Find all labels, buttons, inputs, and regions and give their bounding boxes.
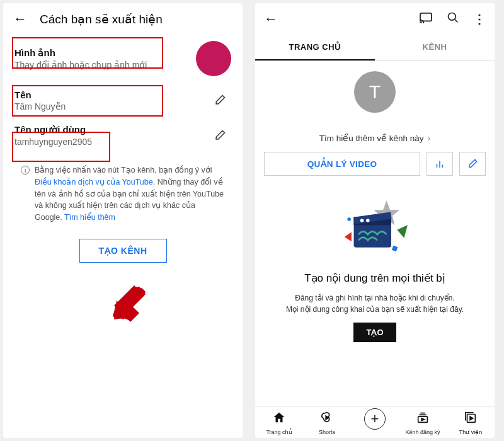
svg-marker-23 — [345, 232, 352, 242]
shorts-icon — [320, 411, 334, 428]
learn-more-link[interactable]: Tìm hiểu thêm — [64, 213, 115, 222]
annotation-arrow-icon — [109, 284, 147, 322]
row-name-label: Tên — [14, 89, 209, 100]
avatar-preview[interactable] — [196, 41, 231, 76]
analytics-button[interactable] — [427, 152, 453, 176]
svg-marker-4 — [114, 287, 146, 317]
row-name-value: Tâm Nguyễn — [14, 101, 209, 112]
learn-more-row[interactable]: Tìm hiểu thêm về kênh này› — [255, 117, 495, 152]
tos-link[interactable]: Điều khoản dịch vụ của YouTube — [35, 178, 153, 186]
cast-icon[interactable] — [419, 12, 433, 26]
svg-marker-24 — [397, 225, 408, 238]
svg-marker-3 — [113, 287, 146, 321]
back-icon[interactable]: ← — [13, 11, 27, 27]
svg-rect-9 — [122, 292, 139, 309]
svg-point-22 — [366, 219, 370, 222]
screen-create-channel: ← Cách bạn sẽ xuất hiện Hình ảnh Thay đổ… — [3, 3, 243, 438]
svg-marker-33 — [470, 416, 473, 420]
svg-marker-2 — [118, 287, 144, 313]
svg-marker-0 — [115, 288, 139, 322]
action-row: QUẢN LÝ VIDEO — [255, 152, 495, 187]
chevron-right-icon: › — [428, 133, 431, 143]
row-image[interactable]: Hình ảnh Thay đổi ảnh hoặc chụp ảnh mới — [3, 35, 243, 83]
create-button[interactable]: TẠO — [353, 323, 396, 342]
home-icon — [272, 411, 286, 428]
channel-avatar-wrap: T — [255, 61, 495, 117]
svg-marker-5 — [113, 288, 144, 319]
row-name[interactable]: Tên Tâm Nguyễn — [3, 83, 243, 118]
row-handle[interactable]: Tên người dùng tamhuynguyen2905 — [3, 118, 243, 153]
row-image-value: Thay đổi ảnh hoặc chụp ảnh mới — [14, 60, 196, 70]
svg-marker-1 — [114, 285, 143, 314]
back-icon[interactable]: ← — [264, 11, 278, 27]
create-channel-button[interactable]: TẠO KÊNH — [79, 239, 167, 263]
library-icon — [464, 411, 478, 428]
edit-channel-button[interactable] — [459, 152, 486, 176]
svg-marker-7 — [117, 288, 143, 317]
bottom-nav: Trang chủ Shorts + Kênh đăng ký Thư viện — [255, 406, 495, 438]
nav-subscriptions[interactable]: Kênh đăng ký — [399, 411, 447, 435]
svg-marker-31 — [421, 418, 425, 421]
info-icon: i — [21, 166, 30, 175]
row-handle-value: tamhuynguyen2905 — [14, 137, 209, 147]
svg-rect-26 — [392, 246, 398, 252]
search-icon[interactable] — [447, 11, 459, 27]
tab-home[interactable]: TRANG CHỦ — [255, 35, 375, 60]
left-header: ← Cách bạn sẽ xuất hiện — [3, 3, 243, 35]
pencil-icon[interactable] — [209, 124, 231, 147]
nav-home[interactable]: Trang chủ — [255, 411, 303, 435]
nav-create[interactable]: + — [351, 411, 399, 435]
subscriptions-icon — [416, 411, 430, 428]
annotation-arrow-icon — [109, 284, 147, 322]
page-title: Cách bạn sẽ xuất hiện — [40, 12, 163, 26]
svg-point-25 — [347, 217, 351, 221]
svg-marker-10 — [114, 306, 128, 318]
screen-channel-home: ← ⋮ TRANG CHỦ KÊNH T Tìm hiểu thêm về kê… — [255, 3, 495, 438]
nav-library[interactable]: Thư viện — [447, 411, 495, 435]
tab-channel[interactable]: KÊNH — [375, 35, 495, 60]
svg-marker-6 — [114, 287, 144, 319]
row-image-label: Hình ảnh — [14, 47, 196, 59]
terms-text: i Bằng việc nhấn vào nút Tạo kênh, bạn đ… — [3, 153, 243, 224]
svg-line-13 — [455, 19, 458, 22]
channel-tabs: TRANG CHỦ KÊNH — [255, 35, 495, 61]
svg-point-21 — [360, 219, 364, 222]
svg-marker-8 — [120, 288, 143, 311]
right-header: ← ⋮ — [255, 3, 495, 35]
nav-shorts[interactable]: Shorts — [303, 411, 351, 435]
more-icon[interactable]: ⋮ — [473, 11, 486, 26]
promo-subtitle: Đăng tải và ghi hình tại nhà hoặc khi di… — [255, 289, 495, 323]
manage-videos-button[interactable]: QUẢN LÝ VIDEO — [264, 152, 420, 176]
plus-icon: + — [364, 408, 386, 430]
pencil-icon[interactable] — [209, 89, 231, 112]
channel-avatar[interactable]: T — [354, 71, 396, 113]
promo-illustration — [255, 187, 495, 268]
promo-title: Tạo nội dung trên mọi thiết bị — [255, 268, 495, 289]
svg-point-12 — [449, 13, 456, 20]
row-handle-label: Tên người dùng — [14, 124, 209, 135]
